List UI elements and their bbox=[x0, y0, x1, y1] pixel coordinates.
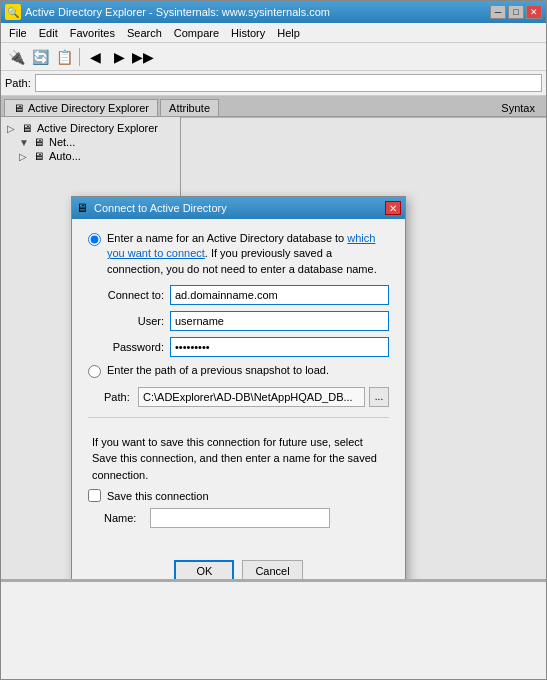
menu-search[interactable]: Search bbox=[121, 25, 168, 41]
path-label: Path: bbox=[5, 77, 31, 89]
info-text: If you want to save this connection for … bbox=[88, 428, 389, 490]
close-button[interactable]: ✕ bbox=[526, 5, 542, 19]
link-text: which you want to connect bbox=[107, 232, 375, 259]
user-label: User: bbox=[104, 315, 164, 327]
radio-ad-name[interactable] bbox=[88, 233, 101, 246]
browse-button[interactable]: ... bbox=[369, 387, 389, 407]
connect-to-row: Connect to: bbox=[88, 285, 389, 305]
name-row: Name: bbox=[88, 508, 389, 528]
connect-to-label: Connect to: bbox=[104, 289, 164, 301]
dialog-title: Connect to Active Directory bbox=[94, 202, 381, 214]
name-label: Name: bbox=[104, 512, 144, 524]
main-window: 🔍 Active Directory Explorer - Sysinterna… bbox=[0, 0, 547, 680]
dialog-content: Enter a name for an Active Directory dat… bbox=[72, 219, 405, 552]
snapshot-path-label: Path: bbox=[104, 391, 134, 403]
path-bar: Path: bbox=[1, 71, 546, 96]
bottom-area bbox=[1, 579, 546, 679]
modal-overlay: 🖥 Connect to Active Directory ✕ Enter a … bbox=[1, 96, 546, 579]
minimize-button[interactable]: ─ bbox=[490, 5, 506, 19]
radio-row-1: Enter a name for an Active Directory dat… bbox=[88, 231, 389, 277]
window-title: Active Directory Explorer - Sysinternals… bbox=[25, 6, 486, 18]
menu-edit[interactable]: Edit bbox=[33, 25, 64, 41]
password-input[interactable] bbox=[170, 337, 389, 357]
maximize-button[interactable]: □ bbox=[508, 5, 524, 19]
user-row: User: bbox=[88, 311, 389, 331]
toolbar-back[interactable]: ◀ bbox=[84, 46, 106, 68]
radio-row-2: Enter the path of a previous snapshot to… bbox=[88, 363, 389, 378]
dialog-title-bar: 🖥 Connect to Active Directory ✕ bbox=[72, 197, 405, 219]
password-label: Password: bbox=[104, 341, 164, 353]
snapshot-path-input[interactable] bbox=[138, 387, 365, 407]
snapshot-path-row: Path: ... bbox=[88, 387, 389, 407]
toolbar-connect[interactable]: 🔌 bbox=[5, 46, 27, 68]
menu-bar: File Edit Favorites Search Compare Histo… bbox=[1, 23, 546, 43]
radio-snapshot[interactable] bbox=[88, 365, 101, 378]
cancel-button[interactable]: Cancel bbox=[242, 560, 302, 579]
app-icon: 🔍 bbox=[5, 4, 21, 20]
dialog-icon: 🖥 bbox=[76, 201, 90, 215]
path-input[interactable] bbox=[35, 74, 542, 92]
content-area: 🖥 Active Directory Explorer Attribute Sy… bbox=[1, 96, 546, 579]
menu-file[interactable]: File bbox=[3, 25, 33, 41]
connect-dialog: 🖥 Connect to Active Directory ✕ Enter a … bbox=[71, 196, 406, 579]
divider bbox=[88, 417, 389, 418]
window-controls: ─ □ ✕ bbox=[490, 5, 542, 19]
toolbar-forward[interactable]: ▶ bbox=[108, 46, 130, 68]
radio-ad-label: Enter a name for an Active Directory dat… bbox=[107, 231, 389, 277]
name-input[interactable] bbox=[150, 508, 330, 528]
connect-to-input[interactable] bbox=[170, 285, 389, 305]
menu-help[interactable]: Help bbox=[271, 25, 306, 41]
toolbar-copy[interactable]: 📋 bbox=[53, 46, 75, 68]
save-checkbox-row: Save this connection bbox=[88, 489, 389, 502]
toolbar-sep1 bbox=[79, 48, 80, 66]
dialog-close-button[interactable]: ✕ bbox=[385, 201, 401, 215]
password-row: Password: bbox=[88, 337, 389, 357]
toolbar-refresh[interactable]: 🔄 bbox=[29, 46, 51, 68]
toolbar: 🔌 🔄 📋 ◀ ▶ ▶▶ bbox=[1, 43, 546, 71]
save-checkbox-label: Save this connection bbox=[107, 490, 209, 502]
title-bar: 🔍 Active Directory Explorer - Sysinterna… bbox=[1, 1, 546, 23]
toolbar-forward2[interactable]: ▶▶ bbox=[132, 46, 154, 68]
dialog-buttons: OK Cancel bbox=[72, 552, 405, 579]
user-input[interactable] bbox=[170, 311, 389, 331]
menu-history[interactable]: History bbox=[225, 25, 271, 41]
menu-favorites[interactable]: Favorites bbox=[64, 25, 121, 41]
radio-snapshot-label: Enter the path of a previous snapshot to… bbox=[107, 363, 329, 378]
ok-button[interactable]: OK bbox=[174, 560, 234, 579]
save-checkbox[interactable] bbox=[88, 489, 101, 502]
menu-compare[interactable]: Compare bbox=[168, 25, 225, 41]
